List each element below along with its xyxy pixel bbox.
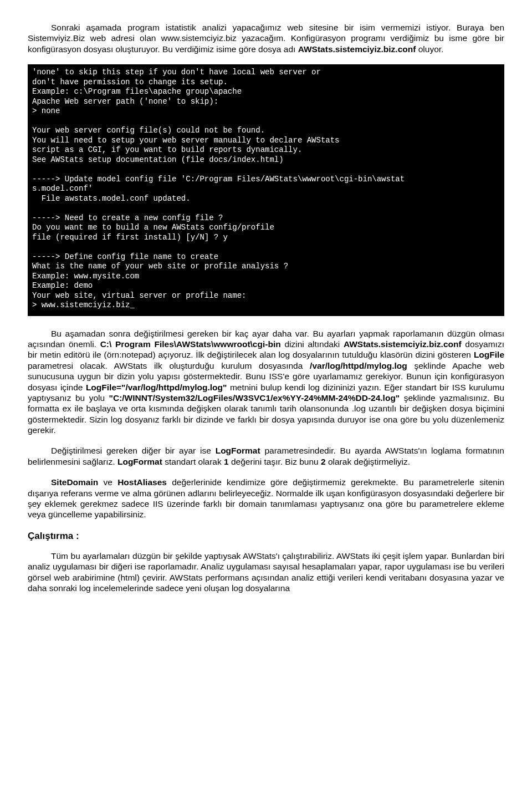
text: ve [98, 477, 117, 487]
text: değerini taşır. Biz bunu [229, 457, 321, 466]
bold-text: SiteDomain [51, 477, 98, 487]
bold-text: HostAliases [117, 477, 167, 487]
text: olarak değiştirmeliyiz. [326, 457, 410, 466]
bold-text: "C:/WINNT/System32/LogFiles/W3SVC1/ex%YY… [109, 393, 400, 403]
paragraph-2: Bu aşamadan sonra değiştirilmesi gereken… [28, 328, 504, 436]
text: standart olarak [162, 457, 224, 466]
bold-text: LogFile [474, 350, 504, 359]
bold-text: LogFormat [216, 446, 260, 455]
text: oluyor. [416, 44, 443, 54]
bold-text: 2 [321, 457, 326, 466]
paragraph-4: SiteDomain ve HostAliases değerlerinide … [28, 477, 504, 520]
paragraph-5: Tüm bu ayarlamaları düzgün bir şekilde y… [28, 551, 504, 594]
paragraph-1: Sonraki aşamada program istatistik anali… [28, 22, 504, 54]
text: Tüm bu ayarlamaları düzgün bir şekilde y… [28, 551, 504, 593]
bold-text: /var/log/httpd/mylog.log [310, 361, 407, 370]
bold-text: LogFile="/var/log/httpd/mylog.log" [86, 383, 227, 392]
text: dizini altındaki [281, 339, 344, 349]
text: Değiştirilmesi gereken diğer bir ayar is… [51, 446, 216, 455]
bold-text: C:\ Program Files\AWStats\wwwroot\cgi-bi… [100, 339, 281, 349]
text: parametresi olacak. AWStats ilk oluşturd… [28, 361, 310, 370]
terminal-output: 'none' to skip this step if you don't ha… [28, 64, 504, 316]
bold-text: 1 [224, 457, 229, 466]
paragraph-3: Değiştirilmesi gereken diğer bir ayar is… [28, 445, 504, 467]
section-heading-run: Çalıştırma : [28, 530, 504, 542]
bold-text: LogFormat [117, 457, 162, 466]
bold-text: AWStats.sistemciyiz.biz.conf [344, 339, 462, 349]
bold-text: AWStats.sistemciyiz.biz.conf [298, 44, 416, 54]
